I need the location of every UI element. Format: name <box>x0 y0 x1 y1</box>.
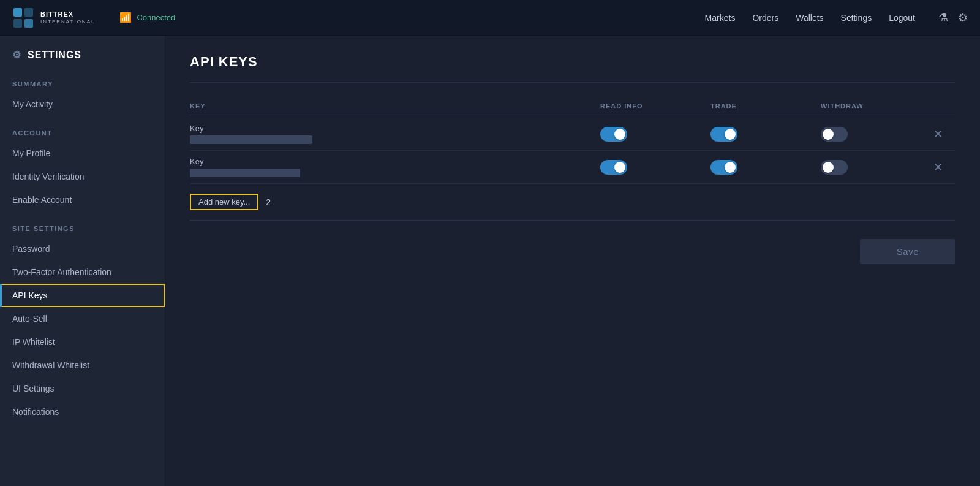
read-info-cell-2 <box>600 160 710 175</box>
svg-rect-4 <box>24 19 33 28</box>
sidebar-item-identity-verification[interactable]: Identity Verification <box>0 165 165 188</box>
col-read-info: READ INFO <box>600 102 710 110</box>
trade-toggle-2[interactable] <box>710 160 737 175</box>
section-account-label: ACCOUNT <box>0 116 165 142</box>
read-info-toggle-2[interactable] <box>600 160 627 175</box>
api-keys-table: KEY READ INFO TRADE WITHDRAW Key <box>190 97 956 221</box>
settings-title: SETTINGS <box>28 50 81 61</box>
settings-gear-icon: ⚙ <box>12 49 21 61</box>
trade-toggle-1[interactable] <box>710 127 737 142</box>
delete-cell-1: ✕ <box>931 126 956 142</box>
table-row: Key <box>190 118 956 151</box>
nav-wallets[interactable]: Wallets <box>796 13 823 23</box>
section-summary-label: SUMMARY <box>0 67 165 93</box>
col-trade: TRADE <box>710 102 821 110</box>
key-count: 2 <box>266 197 271 207</box>
flask-icon[interactable]: ⚗ <box>938 11 948 25</box>
bittrex-logo-icon <box>12 7 34 29</box>
sidebar-item-ip-whitelist[interactable]: IP Whitelist <box>0 330 165 354</box>
logo-subtitle: INTERNATIONAL <box>40 19 95 25</box>
trade-cell-2 <box>710 160 821 175</box>
delete-key-1-button[interactable]: ✕ <box>931 126 945 142</box>
sidebar-item-password[interactable]: Password <box>0 237 165 260</box>
add-new-key-button[interactable]: Add new key... <box>190 194 258 210</box>
connection-status: 📶 Connected <box>119 12 175 23</box>
withdraw-cell-1 <box>821 127 931 142</box>
connection-label: Connected <box>137 13 175 22</box>
sidebar-item-withdrawal-whitelist[interactable]: Withdrawal Whitelist <box>0 354 165 377</box>
sidebar-item-two-factor[interactable]: Two-Factor Authentication <box>0 260 165 284</box>
table-row: Key <box>190 151 956 184</box>
read-info-cell-1 <box>600 127 710 142</box>
sidebar-item-auto-sell[interactable]: Auto-Sell <box>0 307 165 330</box>
gear-icon[interactable]: ⚙ <box>958 11 968 25</box>
top-nav-links: Markets Orders Wallets Settings Logout ⚗… <box>705 11 968 25</box>
sidebar-item-my-profile[interactable]: My Profile <box>0 142 165 165</box>
delete-cell-2: ✕ <box>931 159 956 175</box>
logo: BITTREX INTERNATIONAL <box>12 7 95 29</box>
page-body: ⚙ SETTINGS SUMMARY My Activity ACCOUNT M… <box>0 36 980 486</box>
table-header: KEY READ INFO TRADE WITHDRAW <box>190 97 956 115</box>
svg-rect-3 <box>13 19 22 28</box>
sidebar-item-api-keys[interactable]: API Keys <box>0 284 165 307</box>
withdraw-toggle-2[interactable] <box>821 160 848 175</box>
key-label-2: Key <box>190 157 600 166</box>
settings-header: ⚙ SETTINGS <box>0 36 165 67</box>
delete-key-2-button[interactable]: ✕ <box>931 159 945 175</box>
sidebar-item-notifications[interactable]: Notifications <box>0 400 165 423</box>
key-bar-1 <box>190 135 312 144</box>
add-key-row: Add new key... 2 <box>190 184 956 221</box>
withdraw-toggle-1[interactable] <box>821 127 848 142</box>
main-content: API KEYS KEY READ INFO TRADE WITHDRAW Ke… <box>165 36 980 486</box>
save-row: Save <box>190 239 956 264</box>
nav-orders[interactable]: Orders <box>752 13 778 23</box>
key-label-1: Key <box>190 124 600 133</box>
col-withdraw: WITHDRAW <box>821 102 931 110</box>
sidebar-item-enable-account[interactable]: Enable Account <box>0 188 165 211</box>
wifi-icon: 📶 <box>119 12 132 23</box>
sidebar-item-ui-settings[interactable]: UI Settings <box>0 377 165 400</box>
key-bar-2 <box>190 169 300 177</box>
top-navigation: BITTREX INTERNATIONAL 📶 Connected Market… <box>0 0 980 36</box>
col-key: KEY <box>190 102 600 110</box>
nav-logout[interactable]: Logout <box>889 13 915 23</box>
key-cell-2: Key <box>190 157 600 177</box>
key-cell-1: Key <box>190 124 600 144</box>
nav-markets[interactable]: Markets <box>705 13 736 23</box>
withdraw-cell-2 <box>821 160 931 175</box>
title-divider <box>190 82 956 83</box>
trade-cell-1 <box>710 127 821 142</box>
page-title: API KEYS <box>190 54 956 70</box>
sidebar-item-my-activity[interactable]: My Activity <box>0 93 165 116</box>
nav-settings[interactable]: Settings <box>841 13 872 23</box>
section-site-settings-label: SITE SETTINGS <box>0 211 165 237</box>
logo-name: BITTREX <box>40 10 95 18</box>
save-button[interactable]: Save <box>860 239 956 264</box>
sidebar: ⚙ SETTINGS SUMMARY My Activity ACCOUNT M… <box>0 36 165 486</box>
svg-rect-1 <box>13 8 22 17</box>
col-actions <box>931 102 956 110</box>
read-info-toggle-1[interactable] <box>600 127 627 142</box>
svg-rect-2 <box>24 8 33 17</box>
